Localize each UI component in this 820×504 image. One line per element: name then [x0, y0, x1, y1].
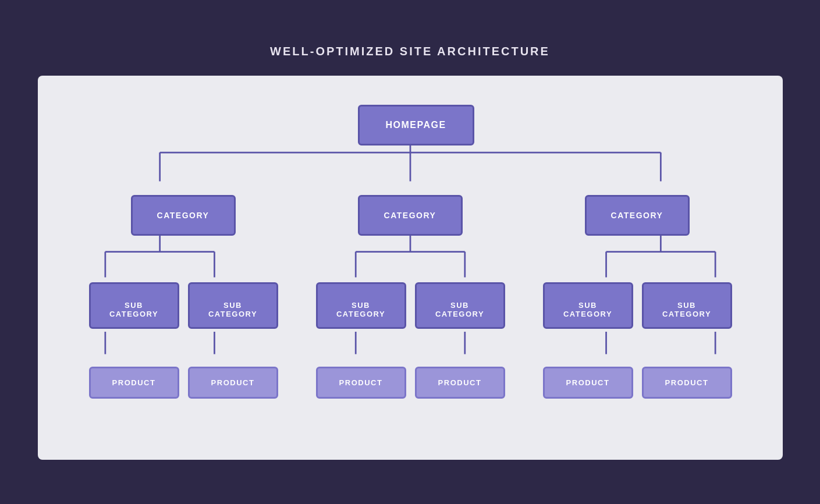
category-node-3: CATEGORY	[585, 195, 690, 236]
product-node-3-2: PRODUCT	[642, 367, 732, 399]
subcategory-node-3-1: SUB CATEGORY	[543, 282, 633, 329]
product-node-2-1: PRODUCT	[316, 367, 406, 399]
homepage-node: HOMEPAGE	[358, 105, 474, 145]
subcategory-node-1-2: SUB CATEGORY	[188, 282, 278, 329]
product-node-2-2: PRODUCT	[415, 367, 505, 399]
subcategory-node-2-1: SUB CATEGORY	[316, 282, 406, 329]
product-node-1-2: PRODUCT	[188, 367, 278, 399]
product-node-3-1: PRODUCT	[543, 367, 633, 399]
category-node-1: CATEGORY	[131, 195, 236, 236]
subcategory-node-3-2: SUB CATEGORY	[642, 282, 732, 329]
subcategory-node-2-2: SUB CATEGORY	[415, 282, 505, 329]
diagram-container: HOMEPAGE CATEGORY CATEGORY CATEGORY SUB …	[38, 76, 783, 460]
page-title: WELL-OPTIMIZED SITE ARCHITECTURE	[270, 45, 550, 58]
subcategory-node-1-1: SUB CATEGORY	[89, 282, 179, 329]
category-node-2: CATEGORY	[358, 195, 463, 236]
product-node-1-1: PRODUCT	[89, 367, 179, 399]
